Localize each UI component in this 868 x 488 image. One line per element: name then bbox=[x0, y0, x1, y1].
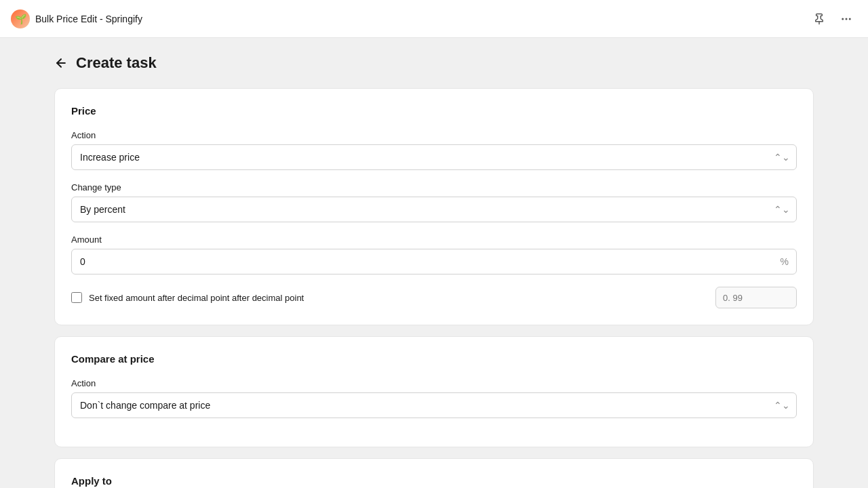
amount-input[interactable] bbox=[71, 249, 797, 274]
main-content: Create task Price Action Increase price … bbox=[0, 38, 868, 488]
topbar: 🌱 Bulk Price Edit - Springify bbox=[0, 0, 868, 38]
compare-action-group: Action Don`t change compare at price Inc… bbox=[71, 378, 797, 418]
decimal-checkbox-row: Set fixed amount after decimal point aft… bbox=[71, 287, 797, 308]
action-group: Action Increase price Decrease price Set… bbox=[71, 130, 797, 170]
logo-emoji: 🌱 bbox=[15, 14, 26, 24]
change-type-label: Change type bbox=[71, 182, 797, 192]
change-type-select-wrapper: By percent By amount To fixed value ⌃⌄ bbox=[71, 197, 797, 222]
price-card: Price Action Increase price Decrease pri… bbox=[54, 88, 814, 325]
amount-label: Amount bbox=[71, 235, 797, 245]
action-select[interactable]: Increase price Decrease price Set price bbox=[71, 144, 797, 170]
decimal-checkbox-label: Set fixed amount after decimal point aft… bbox=[89, 293, 709, 303]
topbar-left: 🌱 Bulk Price Edit - Springify bbox=[11, 9, 142, 28]
topbar-title: Bulk Price Edit - Springify bbox=[35, 14, 142, 24]
decimal-input[interactable] bbox=[715, 287, 797, 308]
decimal-checkbox[interactable] bbox=[71, 292, 82, 303]
pin-icon bbox=[813, 13, 825, 25]
amount-input-wrapper: % bbox=[71, 249, 797, 274]
page-header: Create task bbox=[54, 54, 814, 72]
action-select-wrapper: Increase price Decrease price Set price … bbox=[71, 144, 797, 170]
pin-button[interactable] bbox=[808, 8, 830, 30]
more-button[interactable] bbox=[835, 8, 857, 30]
price-card-title: Price bbox=[71, 105, 797, 117]
amount-group: Amount % bbox=[71, 235, 797, 274]
apply-card-title: Apply to bbox=[71, 475, 797, 487]
topbar-actions bbox=[808, 8, 857, 30]
svg-point-2 bbox=[846, 18, 848, 20]
compare-action-select-wrapper: Don`t change compare at price Increase c… bbox=[71, 392, 797, 418]
app-logo: 🌱 bbox=[11, 9, 30, 28]
more-icon bbox=[840, 13, 852, 25]
change-type-select[interactable]: By percent By amount To fixed value bbox=[71, 197, 797, 222]
svg-point-3 bbox=[849, 18, 851, 20]
page-title: Create task bbox=[76, 54, 157, 72]
compare-action-label: Action bbox=[71, 378, 797, 388]
back-icon bbox=[54, 56, 68, 70]
back-button[interactable] bbox=[54, 56, 68, 70]
compare-card: Compare at price Action Don`t change com… bbox=[54, 336, 814, 447]
compare-card-title: Compare at price bbox=[71, 353, 797, 365]
apply-card: Apply to Whole store Selected collection… bbox=[54, 458, 814, 488]
change-type-group: Change type By percent By amount To fixe… bbox=[71, 182, 797, 222]
action-label: Action bbox=[71, 130, 797, 140]
compare-action-select[interactable]: Don`t change compare at price Increase c… bbox=[71, 392, 797, 418]
svg-point-1 bbox=[842, 18, 844, 20]
